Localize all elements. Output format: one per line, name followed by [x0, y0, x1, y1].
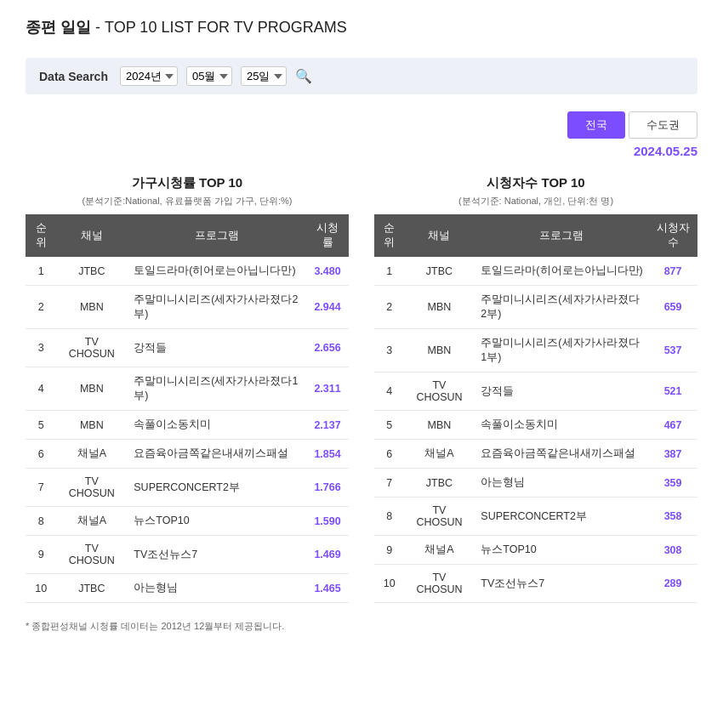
count-cell: 537 — [648, 329, 697, 373]
viewer-table-subtitle: (분석기준: National, 개인, 단위:천 명) — [374, 195, 697, 208]
table-row: 1 JTBC 토일드라마(히어로는아닙니다만) 3.480 — [26, 257, 349, 286]
year-select[interactable]: 2024년 2023년 2022년 — [120, 66, 178, 86]
program-cell: 토일드라마(히어로는아닙니다만) — [127, 257, 306, 286]
count-cell: 359 — [648, 469, 697, 498]
col-rank-v: 순위 — [374, 214, 405, 257]
rating-cell: 2.656 — [306, 329, 349, 367]
rank-cell: 6 — [374, 440, 405, 469]
channel-cell: 채널A — [56, 507, 127, 536]
search-button[interactable]: 🔍 — [295, 68, 312, 84]
program-cell: SUPERCONCERT2부 — [474, 498, 648, 536]
channel-cell: MBN — [56, 286, 127, 329]
rating-cell: 1.590 — [306, 507, 349, 536]
month-select[interactable]: 05월 01월02월03월 04월06월07월 08월09월10월 11월12월 — [186, 66, 232, 86]
rank-cell: 5 — [374, 411, 405, 440]
table-row: 2 MBN 주말미니시리즈(세자가사라졌다2부) 2.944 — [26, 286, 349, 329]
table-row: 9 채널A 뉴스TOP10 308 — [374, 536, 697, 565]
table-row: 7 TV CHOSUN SUPERCONCERT2부 1.766 — [26, 469, 349, 507]
rank-cell: 1 — [374, 257, 405, 286]
rating-cell: 2.944 — [306, 286, 349, 329]
program-cell: 속풀이소동치미 — [474, 411, 648, 440]
rank-cell: 3 — [26, 329, 56, 367]
rating-cell: 2.311 — [306, 367, 349, 411]
program-cell: TV조선뉴스7 — [474, 565, 648, 603]
channel-cell: TV CHOSUN — [56, 469, 127, 507]
count-cell: 877 — [648, 257, 697, 286]
count-cell: 358 — [648, 498, 697, 536]
household-table-section: 가구시청률 TOP 10 (분석기준:National, 유료플랫폼 가입 가구… — [26, 175, 349, 603]
count-cell: 387 — [648, 440, 697, 469]
search-input[interactable] — [321, 70, 684, 82]
program-cell: 강적들 — [127, 329, 306, 367]
table-row: 8 TV CHOSUN SUPERCONCERT2부 358 — [374, 498, 697, 536]
program-cell: 뉴스TOP10 — [127, 507, 306, 536]
channel-cell: TV CHOSUN — [405, 565, 475, 603]
table-row: 6 채널A 요즘육아금쪽같은내새끼스패설 387 — [374, 440, 697, 469]
channel-cell: MBN — [405, 411, 475, 440]
channel-cell: 채널A — [405, 536, 475, 565]
table-row: 8 채널A 뉴스TOP10 1.590 — [26, 507, 349, 536]
rating-cell: 3.480 — [306, 257, 349, 286]
viewer-table-section: 시청자수 TOP 10 (분석기준: National, 개인, 단위:천 명)… — [374, 175, 697, 603]
table-row: 3 MBN 주말미니시리즈(세자가사라졌다1부) 537 — [374, 329, 697, 373]
program-cell: 아는형님 — [127, 574, 306, 603]
channel-cell: 채널A — [56, 440, 127, 469]
col-count-v: 시청자수 — [648, 214, 697, 257]
region-buttons: 전국 수도권 — [26, 111, 697, 139]
rating-cell: 1.469 — [306, 536, 349, 574]
date-display: 2024.05.25 — [26, 144, 697, 158]
count-cell: 659 — [648, 286, 697, 329]
channel-cell: JTBC — [56, 574, 127, 603]
household-table-title: 가구시청률 TOP 10 — [26, 175, 349, 191]
rank-cell: 2 — [374, 286, 405, 329]
table-row: 6 채널A 요즘육아금쪽같은내새끼스패설 1.854 — [26, 440, 349, 469]
search-bar: Data Search 2024년 2023년 2022년 05월 01월02월… — [26, 58, 697, 94]
table-row: 5 MBN 속풀이소동치미 2.137 — [26, 411, 349, 440]
household-table-header-row: 순위 채널 프로그램 시청률 — [26, 214, 349, 257]
page-title: 종편 일일 - TOP 10 LIST FOR TV PROGRAMS — [26, 17, 697, 37]
household-table: 순위 채널 프로그램 시청률 1 JTBC 토일드라마(히어로는아닙니다만) 3… — [26, 214, 349, 603]
channel-cell: TV CHOSUN — [405, 373, 475, 411]
rank-cell: 9 — [374, 536, 405, 565]
program-cell: TV조선뉴스7 — [127, 536, 306, 574]
program-cell: 주말미니시리즈(세자가사라졌다2부) — [474, 286, 648, 329]
table-row: 3 TV CHOSUN 강적들 2.656 — [26, 329, 349, 367]
count-cell: 521 — [648, 373, 697, 411]
rank-cell: 4 — [374, 373, 405, 411]
rank-cell: 9 — [26, 536, 56, 574]
channel-cell: MBN — [56, 367, 127, 411]
region-national-button[interactable]: 전국 — [567, 111, 625, 139]
rating-cell: 1.766 — [306, 469, 349, 507]
table-row: 10 TV CHOSUN TV조선뉴스7 289 — [374, 565, 697, 603]
col-rank-h: 순위 — [26, 214, 56, 257]
channel-cell: JTBC — [405, 469, 475, 498]
channel-cell: TV CHOSUN — [56, 329, 127, 367]
rank-cell: 10 — [26, 574, 56, 603]
day-select[interactable]: 25일 — [241, 66, 287, 86]
rank-cell: 7 — [374, 469, 405, 498]
channel-cell: JTBC — [56, 257, 127, 286]
rank-cell: 6 — [26, 440, 56, 469]
table-row: 1 JTBC 토일드라마(히어로는아닙니다만) 877 — [374, 257, 697, 286]
search-label: Data Search — [39, 70, 108, 83]
col-channel-v: 채널 — [405, 214, 475, 257]
channel-cell: JTBC — [405, 257, 475, 286]
footnote: * 종합편성채널 시청률 데이터는 2012년 12월부터 제공됩니다. — [26, 620, 697, 633]
rank-cell: 4 — [26, 367, 56, 411]
channel-cell: MBN — [405, 329, 475, 373]
table-row: 9 TV CHOSUN TV조선뉴스7 1.469 — [26, 536, 349, 574]
channel-cell: MBN — [56, 411, 127, 440]
table-row: 5 MBN 속풀이소동치미 467 — [374, 411, 697, 440]
viewer-table: 순위 채널 프로그램 시청자수 1 JTBC 토일드라마(히어로는아닙니다만) … — [374, 214, 697, 603]
col-program-v: 프로그램 — [474, 214, 648, 257]
count-cell: 289 — [648, 565, 697, 603]
rank-cell: 2 — [26, 286, 56, 329]
program-cell: 주말미니시리즈(세자가사라졌다1부) — [474, 329, 648, 373]
table-row: 7 JTBC 아는형님 359 — [374, 469, 697, 498]
viewer-table-title: 시청자수 TOP 10 — [374, 175, 697, 191]
rating-cell: 1.854 — [306, 440, 349, 469]
region-capital-button[interactable]: 수도권 — [629, 111, 697, 139]
table-row: 4 TV CHOSUN 강적들 521 — [374, 373, 697, 411]
count-cell: 308 — [648, 536, 697, 565]
rank-cell: 3 — [374, 329, 405, 373]
